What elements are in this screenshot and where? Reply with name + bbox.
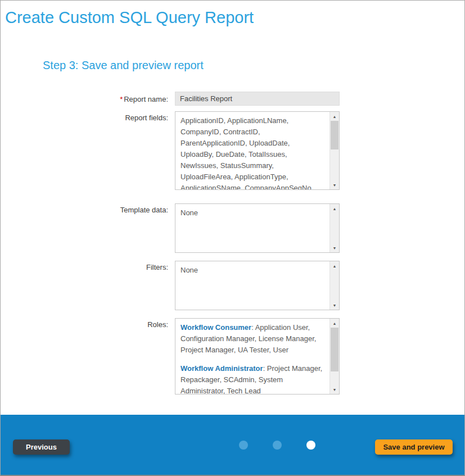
roles-label-cell: Roles: xyxy=(1,318,175,395)
report-fields-label-cell: Report fields: xyxy=(1,111,175,190)
scrollbar-track[interactable] xyxy=(330,328,339,385)
roles-label: Roles: xyxy=(147,320,168,329)
scrollbar-track[interactable] xyxy=(330,121,339,180)
page-indicator-dot[interactable] xyxy=(273,441,282,450)
roles-row: Roles: Workflow Consumer: Application Us… xyxy=(1,318,464,395)
role-group-name: Workflow Administrator xyxy=(180,364,263,373)
scrollbar-track[interactable] xyxy=(330,213,339,243)
scrollbar-down-icon[interactable]: ▼ xyxy=(330,243,339,252)
filters-box[interactable]: None ▲ ▼ xyxy=(175,261,340,310)
report-name-row: *Report name: xyxy=(1,92,464,106)
report-name-input[interactable] xyxy=(175,92,340,106)
page-indicator-dot[interactable] xyxy=(239,441,248,450)
template-data-label-cell: Template data: xyxy=(1,203,175,253)
required-indicator: * xyxy=(120,95,123,103)
previous-button[interactable]: Previous xyxy=(13,439,70,455)
roles-scrollbar[interactable]: ▲ ▼ xyxy=(329,319,339,394)
report-fields-scrollbar[interactable]: ▲ ▼ xyxy=(329,112,339,189)
scrollbar-down-icon[interactable]: ▼ xyxy=(330,385,339,394)
report-fields-box[interactable]: ApplicationID, ApplicationLName, Company… xyxy=(175,111,340,190)
template-data-label: Template data: xyxy=(120,206,168,214)
filters-scrollbar[interactable]: ▲ ▼ xyxy=(329,261,339,310)
scrollbar-thumb[interactable] xyxy=(331,328,338,371)
template-data-row: Template data: None ▲ ▼ xyxy=(1,203,464,253)
create-report-page: Create Custom SQL Query Report Step 3: S… xyxy=(0,0,465,476)
scrollbar-down-icon[interactable]: ▼ xyxy=(330,301,339,310)
wizard-footer: Previous Save and preview xyxy=(1,415,464,475)
step-heading: Step 3: Save and preview report xyxy=(43,59,464,72)
scrollbar-down-icon[interactable]: ▼ xyxy=(330,180,339,189)
role-group: Workflow Administrator: Project Manager,… xyxy=(180,363,325,395)
scrollbar-thumb[interactable] xyxy=(331,121,338,149)
report-fields-row: Report fields: ApplicationID, Applicatio… xyxy=(1,111,464,190)
filters-label: Filters: xyxy=(146,263,168,271)
role-group-name: Workflow Consumer xyxy=(180,323,251,332)
template-data-text: None xyxy=(175,204,329,222)
page-indicator-dot[interactable] xyxy=(306,441,315,450)
scrollbar-up-icon[interactable]: ▲ xyxy=(330,261,339,270)
filters-label-cell: Filters: xyxy=(1,261,175,310)
report-name-label-cell: *Report name: xyxy=(1,92,175,106)
page-title: Create Custom SQL Query Report xyxy=(5,8,464,27)
template-data-scrollbar[interactable]: ▲ ▼ xyxy=(329,204,339,252)
scrollbar-up-icon[interactable]: ▲ xyxy=(330,112,339,121)
filters-text: None xyxy=(175,261,329,279)
filters-row: Filters: None ▲ ▼ xyxy=(1,261,464,310)
report-fields-text: ApplicationID, ApplicationLName, Company… xyxy=(175,112,329,190)
scrollbar-up-icon[interactable]: ▲ xyxy=(330,319,339,328)
scrollbar-up-icon[interactable]: ▲ xyxy=(330,204,339,213)
role-group: Workflow Consumer: Application User, Con… xyxy=(180,322,325,356)
report-fields-label: Report fields: xyxy=(125,114,168,122)
save-and-preview-button[interactable]: Save and preview xyxy=(375,439,453,455)
scrollbar-track[interactable] xyxy=(330,270,339,301)
roles-text: Workflow Consumer: Application User, Con… xyxy=(175,319,329,395)
roles-box[interactable]: Workflow Consumer: Application User, Con… xyxy=(175,318,340,395)
report-name-label: Report name: xyxy=(124,95,168,103)
template-data-box[interactable]: None ▲ ▼ xyxy=(175,203,340,253)
